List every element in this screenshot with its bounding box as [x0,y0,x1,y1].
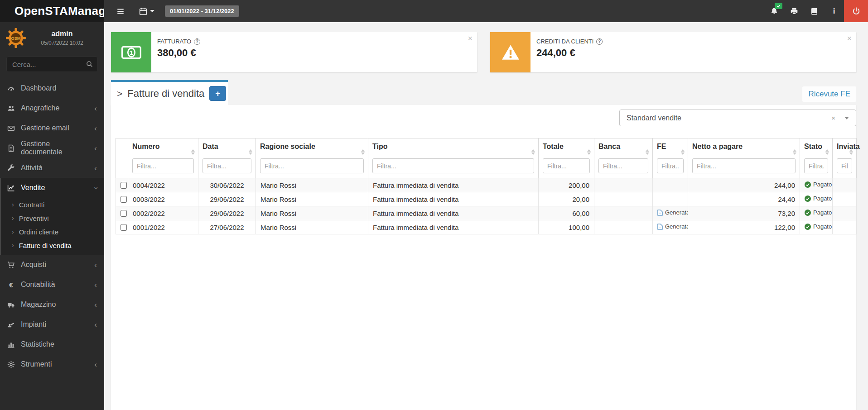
search-icon[interactable] [86,60,93,68]
invoice-row[interactable]: 0002/202229/06/2022Mario RossiFattura im… [116,206,857,220]
app-logo[interactable]: OpenSTAManager [0,0,104,22]
column-filter-input[interactable] [260,158,364,173]
submenu-item-label: Fatture di vendita [19,242,72,249]
chevron-left-icon: ‹ [94,281,97,289]
widgets-row: 1 FATTURATO ? 380,00 € [111,32,856,72]
chevron-left-icon: ‹ [94,105,97,112]
cell-select [116,192,128,206]
users-icon [7,105,15,112]
truck-icon [7,301,15,309]
sort-icon[interactable] [681,149,685,155]
sidebar-item-impianti[interactable]: Impianti ‹ [0,315,104,334]
sort-icon[interactable] [587,149,591,155]
row-checkbox[interactable] [121,224,127,231]
select-caret-icon[interactable] [844,117,849,119]
close-icon[interactable] [847,34,852,43]
osm-logo: OSM [5,28,26,48]
cell-netto-a-pagare: 244,00 [688,178,800,192]
cell-stato: Pagato [800,192,833,206]
help-icon[interactable]: ? [596,38,603,45]
invoice-row[interactable]: 0004/202230/06/2022Mario RossiFattura im… [116,178,857,192]
sidebar-item-contratti[interactable]: › Contratti [0,198,104,211]
sort-icon[interactable] [849,149,853,155]
sidebar-item-preventivi[interactable]: › Preventivi [0,211,104,225]
sidebar-item-ordini-cliente[interactable]: › Ordini cliente [0,225,104,238]
segment-select[interactable]: Standard vendite [619,110,856,126]
chevron-left-icon: ‹ [94,144,97,152]
user-name[interactable]: admin [26,30,98,38]
column-filter-input[interactable] [543,158,590,173]
column-label: Banca [598,142,620,151]
select-clear-icon[interactable] [831,114,835,122]
sidebar-item-magazzino[interactable]: Magazzino ‹ [0,295,104,315]
sidebar-item-gestione-email[interactable]: Gestione email ‹ [0,118,104,138]
plant-icon [7,321,15,329]
chevron-left-icon: ‹ [94,261,97,269]
column-header-numero[interactable]: Numero [128,138,198,178]
sidebar-item-contabilita[interactable]: € Contabilità ‹ [0,275,104,295]
row-checkbox[interactable] [121,196,127,203]
column-header-netto[interactable]: Netto a pagare [688,138,800,178]
help-icon[interactable]: ? [194,38,200,45]
sidebar-item-anagrafiche[interactable]: Anagrafiche ‹ [0,98,104,118]
tab-ricevute-fe[interactable]: Ricevute FE [802,86,856,102]
date-range-badge: 01/01/2022 - 31/12/2022 [165,5,239,17]
sort-icon[interactable] [825,149,829,155]
close-icon[interactable] [468,34,473,43]
column-filter-input[interactable] [657,158,684,173]
info-button[interactable]: i [824,0,844,22]
ricevute-fe-link[interactable]: Ricevute FE [808,90,850,98]
column-label: Stato [804,142,822,151]
sort-icon[interactable] [646,149,649,155]
cell-fe: Generata [653,206,688,220]
page-title: Fatture di vendita [127,88,204,100]
column-header-banca[interactable]: Banca [594,138,653,178]
sort-icon[interactable] [793,149,796,155]
fe-file-icon [657,210,663,216]
user-panel: OSM admin 05/07/2022 10:02 [0,22,104,52]
sort-icon[interactable] [249,149,252,155]
sidebar-item-fatture-di-vendita[interactable]: › Fatture di vendita [0,238,104,252]
sidebar-item-strumenti[interactable]: Strumenti ‹ [0,354,104,374]
sidebar-menu: Dashboard Anagrafiche ‹ Gestione email ‹… [0,78,104,374]
docs-button[interactable] [804,0,824,22]
sidebar-item-acquisti[interactable]: Acquisti ‹ [0,255,104,275]
tab-fatture-di-vendita[interactable]: > Fatture di vendita + [111,80,228,105]
column-filter-input[interactable] [692,158,796,173]
logout-button[interactable] [844,0,868,22]
sidebar-item-vendite[interactable]: Vendite ‹ [0,178,104,198]
sidebar-item-dashboard[interactable]: Dashboard [0,78,104,98]
invoice-row[interactable]: 0001/202227/06/2022Mario RossiFattura im… [116,220,857,234]
column-filter-input[interactable] [598,158,648,173]
sort-icon[interactable] [531,149,535,155]
column-header-tipo[interactable]: Tipo [368,138,539,178]
sidebar-item-statistiche[interactable]: Statistiche [0,334,104,354]
period-picker-button[interactable] [134,0,159,22]
add-invoice-button[interactable]: + [209,86,226,101]
column-filter-input[interactable] [132,158,194,173]
row-checkbox[interactable] [121,182,127,189]
column-filter-input[interactable] [203,158,251,173]
sidebar-item-gestione-documentale[interactable]: Gestione documentale ‹ [0,138,104,158]
cell-tipo: Fattura immediata di vendita [368,192,539,206]
print-button[interactable] [784,0,804,22]
sidebar-item-attivita[interactable]: Attività ‹ [0,158,104,178]
column-filter-input[interactable] [804,158,828,173]
column-header-fe[interactable]: FE [653,138,688,178]
column-header-ragione_sociale[interactable]: Ragione sociale [256,138,368,178]
cell-ragione-sociale: Mario Rossi [256,206,368,220]
sort-icon[interactable] [361,149,365,155]
sort-icon[interactable] [191,149,195,155]
sidebar-toggle-button[interactable] [111,0,130,22]
column-header-totale[interactable]: Totale [539,138,594,178]
sidebar-search-input[interactable] [6,57,98,72]
column-filter-input[interactable] [372,158,534,173]
row-checkbox[interactable] [121,210,127,217]
column-header-inviata[interactable]: Inviata [833,138,857,178]
column-header-data[interactable]: Data [198,138,256,178]
invoice-row[interactable]: 0003/202229/06/2022Mario RossiFattura im… [116,192,857,206]
column-filter-input[interactable] [837,158,852,173]
column-header-stato[interactable]: Stato [800,138,833,178]
widget-label: CREDITI DA CLIENTI [536,38,593,45]
notifications-button[interactable] [764,0,784,22]
